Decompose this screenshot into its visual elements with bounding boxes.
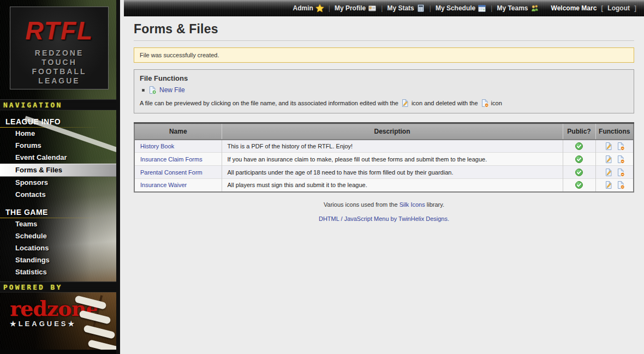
topbar-my-stats-label: My Stats [387, 4, 414, 12]
icons-credit-line: Various icons used from the Silk Icons l… [134, 201, 634, 208]
vcard-icon [368, 4, 377, 13]
file-description: All participants under the age of 18 nee… [222, 166, 563, 179]
new-file-row: New File [142, 86, 628, 94]
page-add-icon [148, 86, 157, 94]
file-functions-title: File Functions [140, 74, 628, 82]
star-icon [315, 4, 324, 13]
file-name-link[interactable]: Insurance Waiver [140, 182, 187, 188]
logo-line: TOUCH [10, 58, 108, 67]
delete-file-button[interactable] [616, 168, 625, 177]
twinhelix-link[interactable]: DHTML / JavaScript Menu by TwinHelix Des… [319, 215, 449, 222]
topbar-my-teams-label: My Teams [497, 4, 528, 12]
column-header-functions: Functions [595, 123, 634, 140]
topbar-admin-link[interactable]: Admin [293, 4, 324, 13]
logout-bracket: [ [601, 4, 603, 12]
sidebar-item-locations[interactable]: Locations [0, 242, 116, 254]
file-description: All players must sign this and submit it… [222, 179, 563, 192]
help-text: A file can be previewed by clicking on t… [140, 100, 398, 106]
logout-link[interactable]: Logout [607, 4, 630, 12]
public-check-icon [575, 168, 583, 177]
topbar-admin-label: Admin [293, 4, 313, 12]
public-check-icon [575, 181, 583, 189]
topbar-my-profile-link[interactable]: My Profile [335, 4, 377, 13]
file-description: This is a PDF of the history of the RTFL… [222, 140, 563, 153]
league-logo[interactable]: RTFL REDZONE TOUCH FOOTBALL LEAGUE [10, 7, 109, 89]
navigation-label: NAVIGATION [0, 99, 116, 110]
powered-by-label: POWERED BY [0, 281, 116, 292]
file-name-link[interactable]: Insurance Claim Forms [140, 156, 202, 163]
table-row: Parental Consent Form All participants u… [134, 166, 634, 179]
menu-credit-line: DHTML / JavaScript Menu by TwinHelix Des… [134, 215, 634, 222]
sidebar-item-forms-files[interactable]: Forms & Files [0, 164, 116, 177]
topbar-my-schedule-label: My Schedule [436, 4, 475, 12]
section-header-league-info: LEAGUE INFO [0, 116, 116, 127]
credit-text: library. [425, 201, 444, 208]
help-text: icon and deleted with the [412, 100, 478, 106]
league-logo-subtitle: REDZONE TOUCH FOOTBALL LEAGUE [10, 49, 108, 86]
topbar-my-profile-label: My Profile [335, 4, 366, 12]
page-delete-icon [616, 168, 625, 177]
delete-file-button[interactable] [616, 155, 625, 164]
delete-file-button[interactable] [616, 181, 625, 189]
column-header-description: Description [222, 123, 563, 140]
page-edit-icon [604, 142, 613, 151]
table-row: Insurance Waiver All players must sign t… [134, 179, 634, 192]
table-header-row: Name Description Public? Functions [134, 123, 634, 140]
table-row: History Book This is a PDF of the histor… [134, 140, 634, 153]
file-functions-box: File Functions New File A file can be pr… [134, 69, 634, 113]
topbar: Admin | My Profile | My Stats | My Sched… [124, 0, 644, 16]
page-delete-icon [616, 142, 625, 151]
page-edit-icon [604, 168, 613, 177]
sidebar: RTFL REDZONE TOUCH FOOTBALL LEAGUE NAVIG… [0, 0, 120, 354]
public-check-icon [575, 142, 583, 151]
topbar-my-schedule-link[interactable]: My Schedule [436, 4, 486, 13]
page-edit-icon [401, 99, 409, 107]
sidebar-item-statistics[interactable]: Statistics [0, 266, 116, 278]
bullet-icon [142, 89, 145, 92]
title-divider [134, 40, 634, 41]
section-header-the-game: THE GAME [0, 206, 116, 218]
football-lace-decoration [87, 339, 120, 354]
column-header-name: Name [134, 123, 222, 140]
page-edit-icon [604, 181, 613, 189]
page-edit-icon [604, 155, 613, 164]
logout-bracket: ] [634, 4, 636, 12]
success-flash-message: File was successfully created. [134, 47, 634, 63]
page-delete-icon [616, 181, 625, 189]
topbar-separator: | [381, 4, 383, 12]
help-text: icon [491, 100, 502, 106]
delete-file-button[interactable] [616, 142, 625, 151]
public-check-icon [575, 155, 583, 164]
calendar-icon [478, 4, 486, 13]
files-table: Name Description Public? Functions Histo… [134, 122, 634, 193]
logo-line: FOOTBALL [10, 67, 108, 76]
sidebar-item-sponsors[interactable]: Sponsors [0, 177, 116, 189]
file-name-link[interactable]: History Book [140, 143, 174, 149]
silk-icons-link[interactable]: Silk Icons [399, 201, 425, 208]
footer: Various icons used from the Silk Icons l… [134, 201, 634, 222]
sidebar-item-teams[interactable]: Teams [0, 218, 116, 230]
column-header-public: Public? [563, 123, 595, 140]
credit-text: Various icons used from the [324, 201, 399, 208]
sidebar-item-standings[interactable]: Standings [0, 254, 116, 266]
league-logo-acronym: RTFL [10, 16, 108, 45]
edit-file-button[interactable] [604, 168, 613, 177]
calculator-icon [416, 4, 425, 13]
topbar-separator: | [491, 4, 492, 12]
topbar-my-stats-link[interactable]: My Stats [387, 4, 425, 13]
logo-line: REDZONE [10, 49, 108, 58]
welcome-text: Welcome Marc [551, 4, 597, 12]
page-delete-icon [480, 99, 489, 107]
edit-file-button[interactable] [604, 155, 613, 164]
edit-file-button[interactable] [604, 142, 613, 151]
topbar-my-teams-link[interactable]: My Teams [497, 4, 539, 13]
topbar-separator: | [430, 4, 431, 12]
file-name-link[interactable]: Parental Consent Form [140, 169, 202, 176]
edit-file-button[interactable] [604, 181, 613, 189]
sidebar-item-schedule[interactable]: Schedule [0, 230, 116, 242]
table-row: Insurance Claim Forms If you have an ins… [134, 153, 634, 166]
new-file-link[interactable]: New File [148, 86, 185, 94]
page: RTFL REDZONE TOUCH FOOTBALL LEAGUE NAVIG… [0, 0, 644, 354]
sidebar-item-event-calendar[interactable]: Event Calendar [0, 152, 116, 164]
sidebar-item-contacts[interactable]: Contacts [0, 189, 116, 201]
